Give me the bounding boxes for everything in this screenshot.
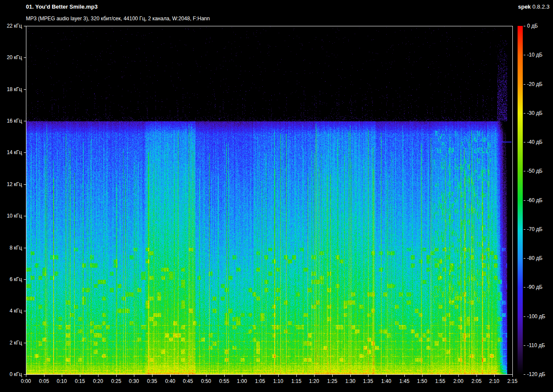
db-tick-label: -110 дБ: [527, 342, 545, 348]
freq-tick: [24, 279, 26, 280]
db-tick-label: -80 дБ: [527, 255, 543, 261]
time-tick-label: 1:05: [251, 378, 270, 384]
db-tick-label: -50 дБ: [527, 168, 543, 174]
freq-tick-label: 8 кГц: [0, 245, 22, 251]
freq-tick: [24, 26, 26, 26]
freq-tick-label: 12 кГц: [0, 181, 22, 187]
time-tick-label: 0:05: [35, 378, 54, 384]
time-tick: [477, 375, 477, 377]
time-tick-label: 2:05: [467, 378, 486, 384]
time-tick-label: 2:10: [485, 378, 504, 384]
freq-tick-label: 6 кГц: [0, 276, 22, 282]
time-tick: [116, 375, 117, 377]
db-tick: [524, 345, 525, 346]
time-tick: [278, 375, 279, 377]
time-tick-label: 2:15: [503, 378, 522, 384]
time-tick: [170, 375, 171, 377]
time-tick-label: 0:45: [178, 378, 197, 384]
time-tick-label: 2:00: [449, 378, 468, 384]
time-tick: [314, 375, 315, 377]
time-tick-label: 0:35: [143, 378, 162, 384]
time-tick-label: 1:15: [287, 378, 306, 384]
time-tick-label: 1:40: [377, 378, 396, 384]
colorbar-gradient: [518, 26, 523, 375]
db-tick-label: -60 дБ: [527, 197, 543, 203]
time-tick: [188, 375, 188, 377]
freq-tick-label: 20 кГц: [0, 54, 22, 60]
freq-tick-label: 4 кГц: [0, 308, 22, 314]
db-tick: [524, 171, 525, 171]
db-tick: [524, 374, 525, 375]
time-tick-label: 1:25: [323, 378, 342, 384]
time-tick: [386, 375, 387, 377]
page-title: 01. You'd Better Smile.mp3: [26, 3, 98, 10]
db-tick: [524, 55, 525, 55]
time-tick: [296, 375, 297, 377]
time-tick: [494, 375, 495, 377]
time-tick-label: 0:40: [161, 378, 180, 384]
time-tick: [80, 375, 80, 377]
time-tick: [404, 375, 405, 377]
time-tick-label: 1:20: [305, 378, 324, 384]
time-tick-label: 0:15: [70, 378, 89, 384]
time-tick: [368, 375, 369, 377]
freq-tick: [24, 57, 26, 58]
freq-tick: [24, 216, 26, 216]
time-tick-label: 0:25: [107, 378, 126, 384]
freq-tick: [24, 89, 26, 90]
db-tick: [524, 200, 525, 201]
db-tick: [524, 142, 525, 142]
db-tick: [524, 84, 525, 85]
time-tick: [224, 375, 225, 377]
freq-tick-label: 10 кГц: [0, 213, 22, 219]
time-tick: [440, 375, 441, 377]
db-tick-label: -30 дБ: [527, 110, 543, 116]
time-tick: [458, 375, 459, 377]
time-tick-label: 1:35: [359, 378, 378, 384]
file-info: MP3 (MPEG audio layer 3), 320 кбит/сек, …: [26, 16, 210, 22]
freq-tick: [24, 152, 26, 153]
time-tick: [134, 375, 134, 377]
freq-tick-label: 14 кГц: [0, 149, 22, 155]
db-tick-label: -10 дБ: [527, 52, 543, 58]
spectrogram-canvas: [26, 26, 512, 374]
freq-tick-label: 18 кГц: [0, 86, 22, 92]
app-name: spek: [518, 3, 531, 10]
time-tick-label: 0:30: [124, 378, 143, 384]
freq-tick-label: 2 кГц: [0, 340, 22, 346]
app-brand: spek 0.8.2.3: [518, 3, 550, 10]
time-tick: [62, 375, 62, 377]
time-tick-label: 1:00: [232, 378, 251, 384]
time-tick-label: 1:30: [341, 378, 360, 384]
freq-tick: [24, 311, 26, 311]
db-tick: [524, 26, 525, 26]
db-tick-label: -20 дБ: [527, 81, 543, 87]
db-tick: [524, 316, 525, 317]
time-tick-label: 1:45: [395, 378, 414, 384]
freq-tick: [24, 343, 26, 343]
freq-tick: [24, 248, 26, 248]
time-tick-label: 1:55: [431, 378, 450, 384]
time-tick-label: 0:10: [52, 378, 71, 384]
time-tick: [350, 375, 351, 377]
time-tick: [26, 375, 26, 377]
freq-tick-label: 0 кГц: [0, 371, 22, 377]
time-tick: [152, 375, 153, 377]
db-tick: [524, 258, 525, 259]
freq-tick: [24, 184, 26, 185]
time-tick: [242, 375, 242, 377]
db-tick-label: -40 дБ: [527, 139, 543, 145]
time-tick: [512, 375, 513, 377]
time-tick-label: 1:10: [269, 378, 288, 384]
db-tick-label: -100 дБ: [527, 313, 545, 319]
db-tick: [524, 229, 525, 230]
db-tick-label: -70 дБ: [527, 226, 543, 232]
time-tick: [44, 375, 44, 377]
time-tick-label: 0:20: [89, 378, 108, 384]
spectrogram-plot: [26, 26, 513, 375]
time-tick: [332, 375, 333, 377]
freq-tick-label: 22 кГц: [0, 23, 22, 29]
db-tick: [524, 287, 525, 288]
time-tick: [260, 375, 261, 377]
freq-tick: [24, 121, 26, 121]
